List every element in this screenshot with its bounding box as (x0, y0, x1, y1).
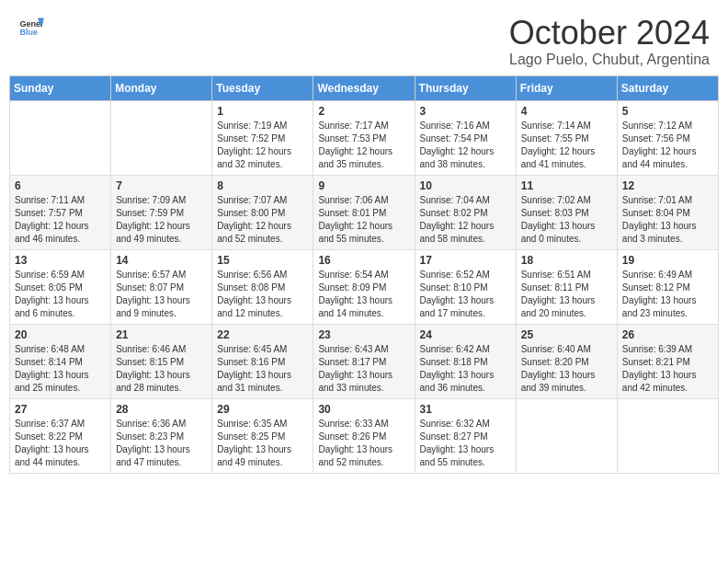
day-info: Sunrise: 7:11 AMSunset: 7:57 PMDaylight:… (15, 194, 106, 246)
day-info: Sunrise: 6:49 AMSunset: 8:12 PMDaylight:… (622, 269, 713, 320)
col-monday: Monday (111, 75, 212, 100)
calendar-body: 1Sunrise: 7:19 AMSunset: 7:52 PMDaylight… (10, 100, 719, 473)
calendar-cell: 20Sunrise: 6:48 AMSunset: 8:14 PMDayligh… (10, 324, 111, 398)
calendar-table: Sunday Monday Tuesday Wednesday Thursday… (9, 75, 719, 474)
calendar-cell: 24Sunrise: 6:42 AMSunset: 8:18 PMDayligh… (415, 324, 516, 398)
day-number: 13 (15, 254, 106, 267)
day-number: 12 (622, 179, 713, 192)
day-number: 21 (116, 328, 207, 341)
day-info: Sunrise: 6:56 AMSunset: 8:08 PMDaylight:… (217, 269, 308, 320)
title-section: October 2024 Lago Puelo, Chubut, Argenti… (509, 15, 710, 68)
day-number: 4 (521, 105, 612, 118)
calendar-cell: 9Sunrise: 7:06 AMSunset: 8:01 PMDaylight… (313, 175, 415, 249)
calendar-cell: 29Sunrise: 6:35 AMSunset: 8:25 PMDayligh… (212, 398, 313, 473)
calendar-cell: 14Sunrise: 6:57 AMSunset: 8:07 PMDayligh… (111, 249, 212, 324)
page-header: General Blue October 2024 Lago Puelo, Ch… (0, 0, 728, 75)
day-number: 8 (217, 179, 308, 192)
day-info: Sunrise: 7:09 AMSunset: 7:59 PMDaylight:… (116, 194, 207, 246)
calendar-cell: 6Sunrise: 7:11 AMSunset: 7:57 PMDaylight… (10, 175, 111, 249)
calendar-cell: 22Sunrise: 6:45 AMSunset: 8:16 PMDayligh… (212, 324, 313, 398)
day-number: 11 (521, 179, 612, 192)
col-saturday: Saturday (617, 75, 718, 100)
calendar-week-5: 27Sunrise: 6:37 AMSunset: 8:22 PMDayligh… (10, 398, 719, 473)
day-info: Sunrise: 7:12 AMSunset: 7:56 PMDaylight:… (622, 120, 713, 171)
day-info: Sunrise: 6:46 AMSunset: 8:15 PMDaylight:… (116, 343, 207, 395)
calendar-cell: 2Sunrise: 7:17 AMSunset: 7:53 PMDaylight… (313, 100, 415, 175)
day-info: Sunrise: 7:04 AMSunset: 8:02 PMDaylight:… (420, 194, 511, 246)
calendar-header: Sunday Monday Tuesday Wednesday Thursday… (10, 75, 719, 100)
day-info: Sunrise: 6:51 AMSunset: 8:11 PMDaylight:… (521, 269, 612, 320)
day-info: Sunrise: 7:19 AMSunset: 7:52 PMDaylight:… (217, 120, 308, 171)
day-info: Sunrise: 7:16 AMSunset: 7:54 PMDaylight:… (420, 120, 511, 171)
day-number: 6 (15, 179, 106, 192)
day-number: 2 (318, 105, 409, 118)
day-number: 25 (521, 328, 612, 341)
calendar-cell: 7Sunrise: 7:09 AMSunset: 7:59 PMDaylight… (111, 175, 212, 249)
calendar-cell: 28Sunrise: 6:36 AMSunset: 8:23 PMDayligh… (111, 398, 212, 473)
calendar-cell: 31Sunrise: 6:32 AMSunset: 8:27 PMDayligh… (415, 398, 516, 473)
day-number: 20 (15, 328, 106, 341)
day-info: Sunrise: 6:52 AMSunset: 8:10 PMDaylight:… (420, 269, 511, 320)
day-info: Sunrise: 7:07 AMSunset: 8:00 PMDaylight:… (217, 194, 308, 246)
calendar-cell: 30Sunrise: 6:33 AMSunset: 8:26 PMDayligh… (313, 398, 415, 473)
calendar-cell: 19Sunrise: 6:49 AMSunset: 8:12 PMDayligh… (617, 249, 718, 324)
day-info: Sunrise: 6:33 AMSunset: 8:26 PMDaylight:… (318, 418, 409, 469)
day-number: 30 (318, 403, 409, 416)
day-info: Sunrise: 7:14 AMSunset: 7:55 PMDaylight:… (521, 120, 612, 171)
day-info: Sunrise: 6:54 AMSunset: 8:09 PMDaylight:… (318, 269, 409, 320)
day-number: 29 (217, 403, 308, 416)
day-info: Sunrise: 6:57 AMSunset: 8:07 PMDaylight:… (116, 269, 207, 320)
calendar-cell (10, 100, 111, 175)
day-info: Sunrise: 6:45 AMSunset: 8:16 PMDaylight:… (217, 343, 308, 395)
calendar-cell: 10Sunrise: 7:04 AMSunset: 8:02 PMDayligh… (415, 175, 516, 249)
day-number: 7 (116, 179, 207, 192)
calendar-cell: 11Sunrise: 7:02 AMSunset: 8:03 PMDayligh… (516, 175, 617, 249)
day-info: Sunrise: 7:01 AMSunset: 8:04 PMDaylight:… (622, 194, 713, 246)
day-info: Sunrise: 6:35 AMSunset: 8:25 PMDaylight:… (217, 418, 308, 469)
calendar-week-2: 6Sunrise: 7:11 AMSunset: 7:57 PMDaylight… (10, 175, 719, 249)
day-number: 5 (622, 105, 713, 118)
calendar-cell: 18Sunrise: 6:51 AMSunset: 8:11 PMDayligh… (516, 249, 617, 324)
col-sunday: Sunday (10, 75, 111, 100)
day-number: 28 (116, 403, 207, 416)
day-number: 27 (15, 403, 106, 416)
day-info: Sunrise: 6:39 AMSunset: 8:21 PMDaylight:… (622, 343, 713, 395)
day-info: Sunrise: 7:17 AMSunset: 7:53 PMDaylight:… (318, 120, 409, 171)
calendar-cell: 15Sunrise: 6:56 AMSunset: 8:08 PMDayligh… (212, 249, 313, 324)
day-number: 14 (116, 254, 207, 267)
calendar-cell: 27Sunrise: 6:37 AMSunset: 8:22 PMDayligh… (10, 398, 111, 473)
calendar-cell (617, 398, 718, 473)
day-number: 3 (420, 105, 511, 118)
col-tuesday: Tuesday (212, 75, 313, 100)
calendar-week-4: 20Sunrise: 6:48 AMSunset: 8:14 PMDayligh… (10, 324, 719, 398)
logo-icon: General Blue (18, 15, 44, 40)
day-number: 31 (420, 403, 511, 416)
calendar-cell: 23Sunrise: 6:43 AMSunset: 8:17 PMDayligh… (313, 324, 415, 398)
day-number: 22 (217, 328, 308, 341)
logo: General Blue (18, 15, 44, 40)
col-thursday: Thursday (415, 75, 516, 100)
calendar-cell: 12Sunrise: 7:01 AMSunset: 8:04 PMDayligh… (617, 175, 718, 249)
day-info: Sunrise: 6:40 AMSunset: 8:20 PMDaylight:… (521, 343, 612, 395)
day-number: 17 (420, 254, 511, 267)
svg-text:Blue: Blue (19, 28, 38, 37)
calendar-week-1: 1Sunrise: 7:19 AMSunset: 7:52 PMDaylight… (10, 100, 719, 175)
day-info: Sunrise: 6:32 AMSunset: 8:27 PMDaylight:… (420, 418, 511, 469)
calendar-cell: 1Sunrise: 7:19 AMSunset: 7:52 PMDaylight… (212, 100, 313, 175)
col-friday: Friday (516, 75, 617, 100)
location-subtitle: Lago Puelo, Chubut, Argentina (509, 52, 710, 68)
calendar-wrapper: Sunday Monday Tuesday Wednesday Thursday… (0, 75, 728, 483)
calendar-cell (516, 398, 617, 473)
calendar-cell: 4Sunrise: 7:14 AMSunset: 7:55 PMDaylight… (516, 100, 617, 175)
calendar-cell (111, 100, 212, 175)
day-info: Sunrise: 6:48 AMSunset: 8:14 PMDaylight:… (15, 343, 106, 395)
day-info: Sunrise: 7:02 AMSunset: 8:03 PMDaylight:… (521, 194, 612, 246)
day-info: Sunrise: 6:43 AMSunset: 8:17 PMDaylight:… (318, 343, 409, 395)
col-wednesday: Wednesday (313, 75, 415, 100)
day-number: 9 (318, 179, 409, 192)
calendar-cell: 13Sunrise: 6:59 AMSunset: 8:05 PMDayligh… (10, 249, 111, 324)
day-number: 24 (420, 328, 511, 341)
calendar-cell: 21Sunrise: 6:46 AMSunset: 8:15 PMDayligh… (111, 324, 212, 398)
day-info: Sunrise: 6:42 AMSunset: 8:18 PMDaylight:… (420, 343, 511, 395)
calendar-week-3: 13Sunrise: 6:59 AMSunset: 8:05 PMDayligh… (10, 249, 719, 324)
